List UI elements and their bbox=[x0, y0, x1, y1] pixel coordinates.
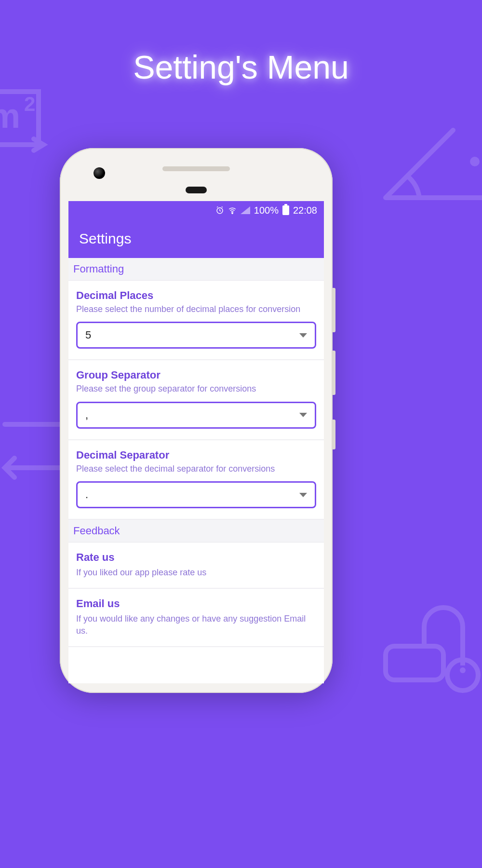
setting-title: Decimal Separator bbox=[76, 449, 316, 461]
wifi-icon bbox=[228, 206, 237, 215]
svg-text:m: m bbox=[0, 96, 20, 135]
setting-title: Decimal Places bbox=[76, 289, 316, 302]
rate-us-item[interactable]: Rate us If you liked our app please rate… bbox=[68, 542, 324, 589]
setting-group-separator: Group Separator Please set the group sep… bbox=[68, 360, 324, 440]
setting-decimal-separator: Decimal Separator Please select the deci… bbox=[68, 440, 324, 520]
phone-screen: 100% 22:08 Settings Formatting Decimal P… bbox=[68, 201, 324, 683]
status-bar: 100% 22:08 bbox=[68, 201, 324, 219]
chevron-down-icon bbox=[299, 493, 307, 497]
svg-rect-3 bbox=[386, 646, 443, 680]
setting-decimal-places: Decimal Places Please select the number … bbox=[68, 281, 324, 360]
app-bar: Settings bbox=[68, 219, 324, 258]
item-title: Email us bbox=[76, 597, 316, 610]
phone-side-button bbox=[332, 351, 335, 395]
section-header-feedback: Feedback bbox=[68, 520, 324, 542]
setting-subtitle: Please set the group separator for conve… bbox=[76, 383, 316, 394]
select-value: , bbox=[85, 409, 88, 421]
signal-icon bbox=[241, 206, 250, 214]
setting-subtitle: Please select the number of decimal plac… bbox=[76, 304, 316, 315]
select-value: 5 bbox=[85, 329, 91, 341]
bg-angle-icon bbox=[381, 116, 482, 212]
svg-point-2 bbox=[470, 157, 480, 166]
page-heading: Setting's Menu bbox=[0, 0, 482, 105]
bg-area-icon: m 2 bbox=[0, 82, 67, 178]
alarm-icon bbox=[215, 206, 224, 215]
svg-text:2: 2 bbox=[24, 93, 35, 115]
phone-speaker bbox=[162, 166, 230, 171]
phone-camera bbox=[94, 167, 105, 179]
setting-subtitle: Please select the decimal separator for … bbox=[76, 463, 316, 475]
setting-title: Group Separator bbox=[76, 369, 316, 381]
phone-top-bezel bbox=[60, 148, 333, 201]
decimal-places-select[interactable]: 5 bbox=[76, 322, 316, 349]
app-bar-title: Settings bbox=[79, 231, 131, 247]
phone-earpiece bbox=[186, 187, 207, 193]
chevron-down-icon bbox=[299, 333, 307, 338]
chevron-down-icon bbox=[299, 413, 307, 417]
battery-icon bbox=[282, 205, 289, 215]
phone-side-button bbox=[332, 288, 335, 332]
clock-time: 22:08 bbox=[293, 205, 317, 216]
section-header-formatting: Formatting bbox=[68, 258, 324, 281]
group-separator-select[interactable]: , bbox=[76, 402, 316, 429]
email-us-item[interactable]: Email us If you would like any changes o… bbox=[68, 589, 324, 647]
battery-percent: 100% bbox=[254, 205, 279, 216]
item-subtitle: If you liked our app please rate us bbox=[76, 567, 316, 578]
item-subtitle: If you would like any changes or have an… bbox=[76, 613, 316, 637]
item-title: Rate us bbox=[76, 551, 316, 564]
bg-pressure-icon bbox=[381, 593, 482, 699]
svg-point-7 bbox=[232, 213, 233, 214]
phone-frame: 100% 22:08 Settings Formatting Decimal P… bbox=[60, 148, 333, 693]
select-value: . bbox=[85, 488, 88, 501]
phone-side-button bbox=[332, 420, 335, 449]
svg-point-5 bbox=[460, 667, 466, 673]
decimal-separator-select[interactable]: . bbox=[76, 481, 316, 508]
